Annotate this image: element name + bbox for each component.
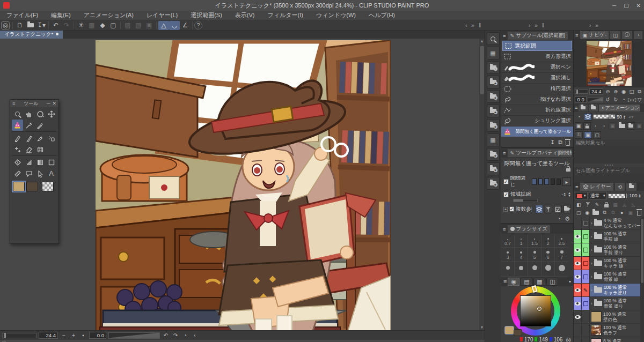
- panel-grip[interactable]: • • • •: [574, 163, 644, 167]
- layer-search-tab[interactable]: [626, 183, 636, 191]
- navigator-menu-icon[interactable]: ≡: [575, 32, 579, 38]
- auto-select-tool[interactable]: [23, 120, 34, 131]
- canvas-vscrollbar[interactable]: ▲ ▼: [479, 39, 485, 330]
- stepper-down-icon[interactable]: ▼: [639, 196, 641, 198]
- duplicate-subtool-icon[interactable]: ⧉: [558, 139, 562, 146]
- menu-edit[interactable]: 編集(E): [45, 11, 77, 20]
- brush-size-cell[interactable]: [528, 262, 541, 277]
- favorites-dock-button-4[interactable]: ★: [487, 119, 500, 132]
- clip-studio-icon[interactable]: ◎: [1, 21, 10, 29]
- cel-tab-2[interactable]: [589, 105, 598, 111]
- subtool-tab[interactable]: ✎ サブツール[選択範囲]: [508, 32, 568, 40]
- brush-size-cell[interactable]: [541, 262, 555, 277]
- tool-palette-close-icon[interactable]: ✕: [52, 101, 56, 106]
- zoom-in-button[interactable]: +: [70, 332, 77, 338]
- material-dock-button[interactable]: ▦: [487, 47, 500, 60]
- history-clock-icon[interactable]: ◔: [557, 215, 561, 222]
- pen-tool[interactable]: [12, 132, 23, 144]
- color-mixing-tab[interactable]: ◫: [546, 278, 558, 286]
- selection-mode1-button[interactable]: ▨: [122, 21, 133, 30]
- layer-row-kabenoiro[interactable]: 100 % 通常壁の色: [574, 310, 644, 324]
- next-cel-icon[interactable]: ›: [601, 122, 608, 130]
- lock-cel-button[interactable]: [583, 122, 591, 130]
- brush-size-tab[interactable]: ブラシサイズ: [508, 225, 550, 233]
- layer-row-temae-nuri[interactable]: › 100 % 通常手前 塗り: [574, 243, 644, 257]
- new-vector-layer-button[interactable]: ◉: [583, 209, 591, 217]
- open-cel-folder-icon[interactable]: [618, 122, 626, 130]
- wrench-icon[interactable]: ⚙: [565, 215, 570, 222]
- layer-color-select[interactable]: ▾: [575, 192, 588, 199]
- nav-zoom-value[interactable]: 24.4: [589, 88, 603, 95]
- apply-mask-button[interactable]: ▣: [627, 209, 634, 217]
- rotation-slider[interactable]: [108, 332, 160, 339]
- nav-flip-h-icon[interactable]: ▷◁: [628, 96, 635, 102]
- menu-filter[interactable]: フィルター(I): [261, 11, 310, 20]
- scroll-up-icon[interactable]: ▲: [479, 39, 485, 44]
- brush-size-cell[interactable]: 4: [515, 248, 528, 262]
- operation-tool[interactable]: [34, 168, 46, 179]
- lock-layer-button[interactable]: [602, 201, 610, 209]
- new-file-button[interactable]: 🗋: [14, 21, 25, 30]
- brush-size-cell[interactable]: 5: [528, 248, 541, 262]
- prev-cel-icon[interactable]: ‹: [592, 122, 599, 130]
- brush-size-cell[interactable]: 3: [501, 248, 515, 262]
- decoration-tool[interactable]: [12, 144, 23, 155]
- zoom-slider[interactable]: [2, 333, 36, 338]
- nav-fit-icon[interactable]: ◱: [628, 88, 635, 94]
- minimize-button[interactable]: ─: [612, 3, 616, 9]
- snap-special-ruler-button[interactable]: ◡: [169, 21, 180, 30]
- snap-grid-button[interactable]: ∠: [180, 21, 191, 30]
- brush-size-cell[interactable]: 1.5: [528, 234, 541, 248]
- blend-tool[interactable]: [34, 144, 46, 155]
- subtool-item-polyline-select[interactable]: 折れ線選択: [501, 105, 573, 116]
- wheel-background-swatch[interactable]: [514, 329, 522, 336]
- cel-settings-button[interactable]: ▣: [635, 122, 643, 130]
- selection-mode2-button[interactable]: ▧: [133, 21, 144, 30]
- layer-opacity-value[interactable]: 100: [630, 193, 638, 198]
- frame-border-tool[interactable]: [46, 157, 57, 168]
- brush-size-cell[interactable]: [515, 262, 528, 277]
- subtool-item-ellipse-select[interactable]: 楕円選択: [501, 84, 573, 94]
- subtool-group-selection[interactable]: 選択範囲: [502, 41, 572, 51]
- deselect-button[interactable]: ✳: [76, 21, 86, 30]
- figure-tool[interactable]: [34, 157, 46, 168]
- area-scale-checkbox[interactable]: ✓: [503, 192, 509, 197]
- subtool-panel-menu-icon[interactable]: ≡: [503, 33, 506, 39]
- hue-marker[interactable]: [531, 285, 537, 293]
- layer-row-temae-sen[interactable]: › 100 % 通常手前 線: [574, 230, 644, 243]
- menu-window[interactable]: ウィンドウ(W): [310, 11, 362, 20]
- animation-menu-icon[interactable]: ≡: [575, 105, 577, 110]
- menu-file[interactable]: ファイル(F): [0, 11, 45, 20]
- snap-ruler-button[interactable]: △: [158, 21, 169, 30]
- color-wheel-tab[interactable]: ◉: [508, 278, 519, 286]
- brush-size-cell[interactable]: 6: [541, 248, 555, 262]
- favorites-dock-button-1[interactable]: ★: [487, 76, 500, 88]
- canvas-artwork[interactable]: [96, 40, 391, 330]
- layer-property-tab[interactable]: ⟲: [615, 183, 625, 191]
- nav-zoom-slider[interactable]: [575, 90, 588, 94]
- area-scale-value[interactable]: -1: [562, 191, 566, 197]
- dock-header-mid[interactable]: ›»‖: [529, 21, 544, 29]
- favorites-dock-button-2[interactable]: ★: [487, 90, 500, 103]
- rotate-ccw-button[interactable]: ↶: [162, 332, 170, 338]
- brush-size-cell[interactable]: 7: [555, 248, 568, 262]
- zoom-value[interactable]: 24.4: [39, 332, 58, 339]
- ref-tool-button[interactable]: [545, 205, 552, 213]
- brush-size-cell[interactable]: [501, 262, 515, 277]
- wheel-foreground-swatch[interactable]: [504, 326, 514, 334]
- selection-border-button[interactable]: ▢: [108, 21, 119, 30]
- redo-button[interactable]: ↷: [61, 21, 72, 30]
- onion-timer-icon[interactable]: ◔: [575, 113, 583, 121]
- nav-rotation-value[interactable]: 0.0: [575, 96, 587, 103]
- brush-size-menu-icon[interactable]: ≡: [503, 226, 506, 232]
- eraser-tool[interactable]: [23, 144, 34, 155]
- menu-help[interactable]: ヘルプ(H): [362, 11, 401, 20]
- cel-mode-3-button[interactable]: ▢: [593, 131, 601, 139]
- layer-row-nanchatte[interactable]: › 4 % 通常なんちゃってパース: [574, 217, 644, 230]
- stepper-down-icon[interactable]: ▼: [623, 117, 626, 119]
- save-button[interactable]: ↧▾: [36, 21, 47, 30]
- onion-opacity-value[interactable]: 50: [617, 114, 622, 120]
- clip-to-layer-button[interactable]: ◧: [575, 201, 583, 209]
- layer-menu-icon[interactable]: ≡: [575, 184, 579, 190]
- animation-cel-tab[interactable]: ◖ アニメーションセ: [599, 105, 640, 111]
